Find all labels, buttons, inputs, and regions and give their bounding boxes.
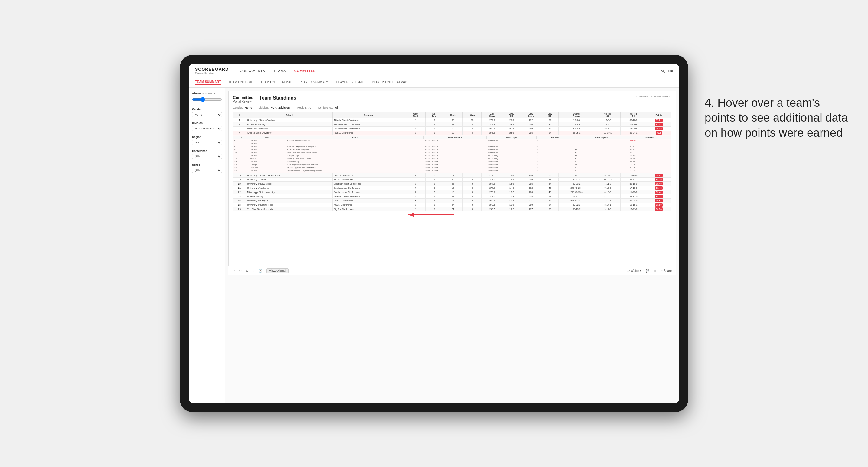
table-row[interactable]: 2 Auburn University Southeastern Confere… bbox=[233, 123, 672, 127]
col-tours: No.Tour bbox=[426, 112, 443, 118]
committee-portal-label: Committee Portal Review bbox=[233, 95, 253, 103]
detail-table-row: 6UniversArizona State UniversityNCAA Div… bbox=[234, 139, 671, 142]
points-21[interactable]: 88.48 bbox=[655, 186, 663, 190]
report-area: Committee Portal Review Team Standings U… bbox=[225, 88, 679, 403]
subnav-player-h2h-heatmap[interactable]: PLAYER H2H HEATMAP bbox=[372, 81, 407, 84]
comment-button[interactable]: 💬 bbox=[646, 269, 649, 273]
standings-table: # School Conference ConfRank No.Tour Bnd… bbox=[233, 112, 672, 211]
sidebar-division: Division NCAA Division I bbox=[192, 122, 222, 131]
filter-gender-label: Gender: bbox=[233, 106, 243, 109]
nav-teams[interactable]: TEAMS bbox=[273, 69, 285, 72]
tablet-frame: SCOREBOARD Powered by clippi TOURNAMENTS… bbox=[180, 55, 688, 412]
portal-title: Committee bbox=[233, 95, 253, 100]
region-select[interactable]: N/A bbox=[192, 140, 222, 145]
filter-region: Region: All bbox=[297, 106, 312, 109]
detail-table-row: 13UniversWilliams CupNCAA Division IStro… bbox=[234, 160, 671, 163]
school-select[interactable]: (All) bbox=[192, 167, 222, 173]
table-row[interactable]: 18 University of California, Berkeley Pa… bbox=[233, 173, 672, 178]
detail-table-row: 7Univers bbox=[234, 142, 671, 145]
table-row[interactable]: 19 University of Texas Big 12 Conference… bbox=[233, 178, 672, 182]
share-button[interactable]: ↗ Share bbox=[660, 269, 672, 273]
table-row[interactable]: 20 University of New Mexico Mountain Wes… bbox=[233, 182, 672, 186]
points-3[interactable]: 90.30 bbox=[655, 127, 663, 130]
subnav-player-h2h-grid[interactable]: PLAYER H2H GRID bbox=[336, 81, 365, 84]
main-content: Minimum Rounds Gender Men's Division NCA… bbox=[189, 88, 679, 403]
filter-division-value: NCAA Division I bbox=[271, 106, 291, 109]
redo-button[interactable]: ↪ bbox=[239, 269, 242, 273]
tablet-screen: SCOREBOARD Powered by clippi TOURNAMENTS… bbox=[189, 64, 679, 403]
filter-division-label: Division: bbox=[258, 106, 269, 109]
detail-table-row: 11UniversCopper CupNCAA Division IMatch … bbox=[234, 154, 671, 157]
points-4[interactable]: 79.5 bbox=[656, 131, 662, 134]
subnav-team-h2h-grid[interactable]: TEAM H2H GRID bbox=[228, 81, 253, 84]
filter-region-value: All bbox=[309, 106, 312, 109]
subnav-team-summary[interactable]: TEAM SUMMARY bbox=[195, 80, 221, 85]
min-rounds-input[interactable] bbox=[192, 96, 222, 103]
table-row[interactable]: 25 University of North Florida ASUN Conf… bbox=[233, 203, 672, 207]
table-row[interactable]: 22 Mississippi State University Southeas… bbox=[233, 190, 672, 194]
filter-division: Division: NCAA Division I bbox=[258, 106, 291, 109]
table-row[interactable]: 23 Duke University Atlantic Coast Confer… bbox=[233, 194, 672, 199]
undo-button[interactable]: ↩ bbox=[232, 269, 235, 273]
col-conf-rank: ConfRank bbox=[406, 112, 426, 118]
col-bnds: Bnds bbox=[443, 112, 463, 118]
table-row[interactable]: 24 University of Oregon Pac-12 Conferenc… bbox=[233, 199, 672, 203]
detail-table-row: 10UniversNational Invitational Tournamen… bbox=[234, 151, 671, 154]
nav-items: TOURNAMENTS TEAMS COMMITTEE bbox=[238, 69, 656, 72]
points-2[interactable]: 93.31 bbox=[655, 123, 663, 126]
table-row-highlighted[interactable]: 4 Arizona State University Pac-12 Confer… bbox=[233, 131, 672, 135]
division-select[interactable]: NCAA Division I bbox=[192, 126, 222, 131]
detail-header-row: # Team Event Event Division Event Type R… bbox=[234, 136, 671, 139]
table-row[interactable]: 3 Vanderbilt University Southeastern Con… bbox=[233, 127, 672, 131]
points-1[interactable]: 97.02 bbox=[655, 119, 663, 122]
table-row[interactable]: 1 University of North Carolina Atlantic … bbox=[233, 118, 672, 123]
nav-committee[interactable]: COMMITTEE bbox=[294, 69, 316, 72]
refresh-button[interactable]: ↻ bbox=[246, 269, 248, 273]
detail-table-row: 16Univers2023 Sahalee Players Championsh… bbox=[234, 169, 671, 173]
logo-area: SCOREBOARD Powered by clippi bbox=[195, 67, 229, 74]
detail-table-row: 9UniversAmer An IntercollegiateNCAA Divi… bbox=[234, 148, 671, 151]
rank-1: 1 bbox=[233, 118, 246, 123]
clock-button[interactable]: 🕐 bbox=[258, 269, 262, 273]
filter-region-label: Region: bbox=[297, 106, 307, 109]
col-overall-record: OverallRecord bbox=[558, 112, 595, 118]
sign-out-button[interactable]: Sign out bbox=[656, 69, 673, 72]
col-low-score: LowScore bbox=[520, 112, 541, 118]
points-26[interactable]: 80.34 bbox=[655, 208, 663, 211]
points-24[interactable]: 88.54 bbox=[655, 199, 663, 203]
copy-button[interactable]: ⎘ bbox=[252, 269, 254, 273]
points-25[interactable]: 83.89 bbox=[655, 203, 663, 207]
school-1: University of North Carolina bbox=[246, 118, 333, 123]
conf-1: Atlantic Coast Conference bbox=[332, 118, 406, 123]
filter-conference-value: All bbox=[335, 106, 339, 109]
gender-select[interactable]: Men's bbox=[192, 112, 222, 117]
points-18[interactable]: 83.07 bbox=[655, 174, 663, 177]
points-19[interactable]: 88.70 bbox=[655, 178, 663, 181]
filter-gender-value: Men's bbox=[245, 106, 252, 109]
table-header-row: # School Conference ConfRank No.Tour Bnd… bbox=[233, 112, 672, 118]
detail-row: # Team Event Event Division Event Type R… bbox=[233, 135, 672, 173]
detail-table-row: 12Florida IThe Cypress Point ClassicNCAA… bbox=[234, 157, 671, 160]
school-label: School bbox=[192, 163, 222, 166]
table-row[interactable]: 21 University of Alabama Southeastern Co… bbox=[233, 186, 672, 190]
subnav-player-summary[interactable]: PLAYER SUMMARY bbox=[300, 81, 329, 84]
col-low-sg: LowSG bbox=[541, 112, 558, 118]
nav-tournaments[interactable]: TOURNAMENTS bbox=[238, 69, 265, 72]
points-22[interactable]: 83.41 bbox=[655, 191, 663, 194]
sidebar-min-rounds: Minimum Rounds bbox=[192, 92, 222, 103]
min-rounds-label: Minimum Rounds bbox=[192, 92, 222, 95]
watch-button[interactable]: 👁 Watch ▾ bbox=[627, 269, 642, 273]
points-23[interactable]: 88.71 bbox=[655, 195, 663, 198]
col-vs25: Vs Top25 bbox=[595, 112, 621, 118]
conference-select[interactable]: (All) bbox=[192, 154, 222, 159]
view-original-button[interactable]: View: Original bbox=[267, 268, 288, 273]
table-row[interactable]: 26 The Ohio State University Big Ten Con… bbox=[233, 207, 672, 211]
subnav-team-h2h-heatmap[interactable]: TEAM H2H HEATMAP bbox=[260, 81, 292, 84]
sub-nav: TEAM SUMMARY TEAM H2H GRID TEAM H2H HEAT… bbox=[189, 77, 679, 88]
report-container: Committee Portal Review Team Standings U… bbox=[228, 91, 676, 266]
app-logo-sub: Powered by clippi bbox=[195, 72, 229, 74]
grid-button[interactable]: ⊞ bbox=[654, 269, 656, 273]
points-20[interactable]: 88.49 bbox=[655, 182, 663, 185]
report-meta: Update time: 13/03/2024 10:03:42 bbox=[635, 95, 672, 103]
col-conference: Conference bbox=[332, 112, 406, 118]
